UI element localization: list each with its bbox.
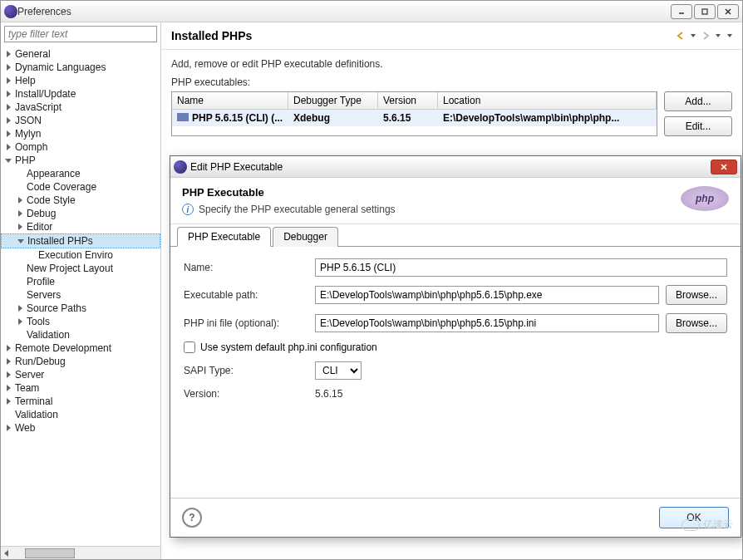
tree-spacer bbox=[27, 251, 36, 259]
chevron-right-icon[interactable] bbox=[4, 130, 12, 138]
tree-item-label: Remote Development bbox=[15, 342, 111, 354]
chevron-right-icon[interactable] bbox=[4, 357, 12, 366]
tab-debugger[interactable]: Debugger bbox=[273, 227, 338, 247]
tree-item-php[interactable]: PHP bbox=[1, 154, 160, 167]
nav-back-dropdown[interactable] bbox=[691, 34, 696, 37]
tree-item-execution-enviro[interactable]: Execution Enviro bbox=[1, 248, 160, 262]
nav-back-icon[interactable] bbox=[674, 29, 687, 42]
ini-file-input[interactable] bbox=[315, 314, 659, 332]
tree-item-remote-development[interactable]: Remote Development bbox=[1, 341, 160, 355]
col-location-header[interactable]: Location bbox=[438, 92, 657, 109]
maximize-button[interactable] bbox=[694, 4, 716, 19]
minimize-button[interactable] bbox=[671, 4, 692, 19]
chevron-down-icon[interactable] bbox=[17, 237, 25, 245]
chevron-right-icon[interactable] bbox=[4, 371, 12, 379]
tree-item-team[interactable]: Team bbox=[1, 381, 160, 395]
chevron-right-icon[interactable] bbox=[4, 143, 12, 151]
table-header: Name Debugger Type Version Location bbox=[172, 92, 657, 110]
tree-item-code-style[interactable]: Code Style bbox=[1, 194, 160, 207]
tree-item-servers[interactable]: Servers bbox=[1, 288, 160, 302]
chevron-right-icon[interactable] bbox=[16, 317, 24, 326]
close-button[interactable] bbox=[717, 4, 739, 19]
chevron-right-icon[interactable] bbox=[4, 384, 12, 392]
tree-item-label: Mylyn bbox=[15, 128, 41, 140]
chevron-right-icon[interactable] bbox=[16, 209, 24, 218]
tree-item-validation[interactable]: Validation bbox=[1, 408, 160, 421]
name-label: Name: bbox=[184, 262, 308, 273]
tree-item-label: Help bbox=[15, 75, 36, 86]
tree-item-oomph[interactable]: Oomph bbox=[1, 140, 160, 154]
chevron-right-icon[interactable] bbox=[4, 63, 12, 71]
tree-item-editor[interactable]: Editor bbox=[1, 220, 160, 233]
chevron-right-icon[interactable] bbox=[4, 116, 12, 125]
tree-item-label: JavaScript bbox=[15, 101, 62, 113]
tree-panel: GeneralDynamic LanguagesHelpInstall/Upda… bbox=[1, 22, 161, 559]
tree-item-label: Debug bbox=[27, 208, 56, 219]
browse-ini-button[interactable]: Browse... bbox=[666, 313, 727, 333]
col-version-header[interactable]: Version bbox=[378, 92, 438, 109]
col-name-header[interactable]: Name bbox=[172, 92, 288, 109]
tree-item-json[interactable]: JSON bbox=[1, 114, 160, 127]
col-debugger-header[interactable]: Debugger Type bbox=[288, 92, 378, 109]
dialog-close-button[interactable] bbox=[711, 160, 737, 174]
tree-item-label: Oomph bbox=[15, 141, 47, 153]
tree-item-label: PHP bbox=[15, 155, 36, 166]
chevron-right-icon[interactable] bbox=[4, 397, 12, 405]
tree-item-installed-phps[interactable]: Installed PHPs bbox=[1, 233, 160, 248]
tree-item-new-project-layout[interactable]: New Project Layout bbox=[1, 262, 160, 275]
table-row[interactable]: PHP 5.6.15 (CLI) (... Xdebug 5.6.15 E:\D… bbox=[172, 110, 657, 126]
tree-item-dynamic-languages[interactable]: Dynamic Languages bbox=[1, 61, 160, 74]
nav-forward-dropdown[interactable] bbox=[716, 34, 721, 37]
tree-item-install-update[interactable]: Install/Update bbox=[1, 87, 160, 101]
nav-forward-icon[interactable] bbox=[699, 29, 712, 42]
tree-item-label: Team bbox=[15, 382, 39, 394]
add-button[interactable]: Add... bbox=[664, 91, 732, 111]
chevron-right-icon[interactable] bbox=[4, 90, 12, 98]
tab-php-executable[interactable]: PHP Executable bbox=[177, 227, 271, 247]
view-menu-dropdown[interactable] bbox=[727, 34, 732, 37]
tree-item-mylyn[interactable]: Mylyn bbox=[1, 127, 160, 140]
tree-item-validation[interactable]: Validation bbox=[1, 328, 160, 341]
preferences-tree[interactable]: GeneralDynamic LanguagesHelpInstall/Upda… bbox=[1, 46, 160, 546]
use-default-ini-label: Use system default php.ini configuration bbox=[200, 341, 377, 353]
horizontal-scrollbar[interactable] bbox=[1, 546, 160, 559]
sapi-type-select[interactable]: CLI bbox=[315, 361, 362, 380]
tree-item-label: Run/Debug bbox=[15, 356, 66, 367]
filter-input[interactable] bbox=[4, 26, 157, 42]
description-text: Add, remove or edit PHP executable defin… bbox=[171, 58, 732, 70]
scrollbar-thumb[interactable] bbox=[25, 548, 75, 558]
tree-item-server[interactable]: Server bbox=[1, 368, 160, 381]
chevron-down-icon[interactable] bbox=[4, 156, 12, 165]
tree-item-tools[interactable]: Tools bbox=[1, 315, 160, 328]
tree-item-label: Install/Update bbox=[15, 88, 76, 100]
tree-item-general[interactable]: General bbox=[1, 47, 160, 61]
dialog-titlebar: Edit PHP Executable bbox=[170, 156, 741, 178]
tree-item-help[interactable]: Help bbox=[1, 74, 160, 87]
tree-item-javascript[interactable]: JavaScript bbox=[1, 101, 160, 114]
php-file-icon bbox=[177, 113, 189, 121]
executable-path-input[interactable] bbox=[315, 286, 659, 304]
watermark: 亿速云 bbox=[681, 518, 733, 532]
tree-item-debug[interactable]: Debug bbox=[1, 207, 160, 220]
help-button[interactable]: ? bbox=[182, 508, 202, 528]
browse-executable-button[interactable]: Browse... bbox=[666, 285, 727, 305]
edit-button[interactable]: Edit... bbox=[664, 116, 732, 136]
chevron-right-icon[interactable] bbox=[16, 196, 24, 204]
name-input[interactable] bbox=[315, 258, 727, 277]
chevron-right-icon[interactable] bbox=[4, 103, 12, 111]
chevron-right-icon[interactable] bbox=[16, 304, 24, 312]
tree-item-source-paths[interactable]: Source Paths bbox=[1, 302, 160, 315]
tree-item-terminal[interactable]: Terminal bbox=[1, 395, 160, 408]
tree-item-run-debug[interactable]: Run/Debug bbox=[1, 355, 160, 368]
chevron-right-icon[interactable] bbox=[4, 50, 12, 58]
chevron-right-icon[interactable] bbox=[4, 344, 12, 352]
chevron-right-icon[interactable] bbox=[4, 424, 12, 432]
chevron-right-icon[interactable] bbox=[4, 76, 12, 85]
tree-item-appearance[interactable]: Appearance bbox=[1, 167, 160, 180]
php-executables-table[interactable]: Name Debugger Type Version Location PHP … bbox=[171, 91, 657, 136]
tree-item-web[interactable]: Web bbox=[1, 421, 160, 435]
tree-item-profile[interactable]: Profile bbox=[1, 275, 160, 288]
use-default-ini-checkbox[interactable] bbox=[184, 341, 195, 353]
tree-item-code-coverage[interactable]: Code Coverage bbox=[1, 180, 160, 194]
chevron-right-icon[interactable] bbox=[16, 223, 24, 231]
